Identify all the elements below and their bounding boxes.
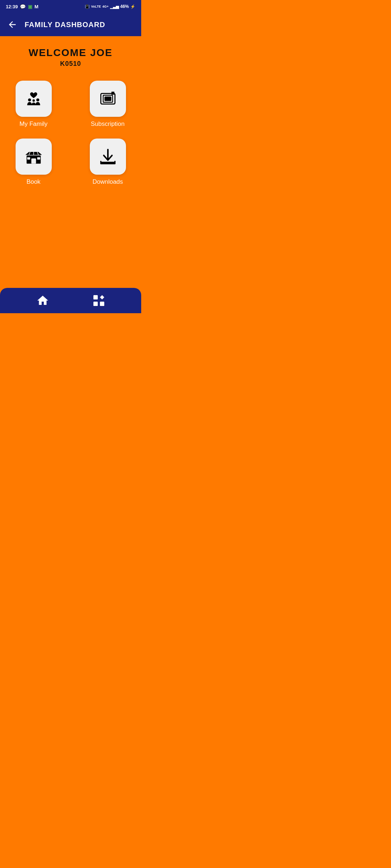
svg-rect-16 [100, 302, 104, 306]
message-icon: 💬 [20, 4, 26, 9]
book-icon-box [16, 139, 52, 175]
grid-container: My Family Subscription [7, 81, 134, 186]
welcome-code: K0510 [29, 60, 113, 68]
svg-rect-14 [93, 295, 98, 299]
battery-level: 46% [120, 4, 129, 9]
family-icon [24, 89, 43, 108]
main-content: WELCOME JOE K0510 [0, 36, 141, 288]
chat-icon: ▣ [28, 4, 32, 9]
charging-icon: ⚡ [130, 4, 135, 9]
book-icon [24, 147, 43, 166]
vibrate-icon: 📳 [85, 4, 90, 9]
svg-rect-9 [27, 157, 30, 160]
home-nav-item[interactable] [25, 291, 60, 310]
subscription-item[interactable]: Subscription [90, 81, 126, 128]
subscription-icon-box [90, 81, 126, 117]
back-button[interactable] [7, 20, 17, 30]
svg-rect-10 [37, 157, 40, 160]
status-bar: 12:39 💬 ▣ M 📳 VoLTE 4G+ ▁▃▅ 46% ⚡ [0, 0, 141, 13]
my-family-label: My Family [20, 120, 47, 128]
home-icon [36, 294, 49, 307]
gmail-icon: M [34, 4, 38, 9]
volte-icon: VoLTE [91, 5, 101, 8]
svg-rect-5 [105, 97, 110, 101]
downloads-label: Downloads [92, 178, 123, 186]
bottom-nav [0, 288, 141, 313]
welcome-section: WELCOME JOE K0510 [29, 47, 113, 68]
subscription-label: Subscription [91, 120, 125, 128]
svg-rect-8 [31, 158, 36, 164]
status-time: 12:39 [6, 4, 18, 9]
welcome-greeting: WELCOME JOE [29, 47, 113, 59]
downloads-icon-box [90, 139, 126, 175]
network-4g-icon: 4G+ [102, 5, 109, 8]
apps-nav-item[interactable] [81, 291, 116, 310]
book-label: Book [26, 178, 41, 186]
downloads-icon [98, 147, 117, 166]
apps-icon [92, 294, 105, 307]
subscription-icon [98, 89, 117, 108]
my-family-icon-box [16, 81, 52, 117]
header-title: FAMILY DASHBOARD [25, 21, 105, 29]
my-family-item[interactable]: My Family [16, 81, 52, 128]
book-item[interactable]: Book [16, 139, 52, 186]
downloads-item[interactable]: Downloads [90, 139, 126, 186]
svg-rect-15 [93, 302, 98, 306]
svg-point-0 [28, 98, 31, 101]
svg-point-1 [32, 99, 35, 102]
signal-icon: ▁▃▅ [110, 4, 119, 9]
header: FAMILY DASHBOARD [0, 13, 141, 36]
svg-rect-6 [111, 92, 114, 95]
svg-point-2 [36, 98, 39, 101]
